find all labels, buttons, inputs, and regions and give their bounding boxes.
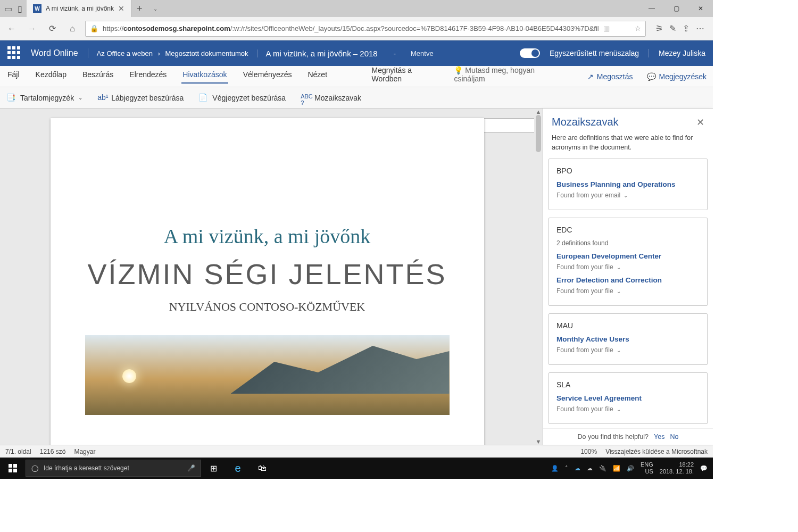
footnote-button[interactable]: ab¹Lábjegyzet beszúrása	[97, 93, 184, 103]
tab-review[interactable]: Véleményezés	[242, 70, 293, 83]
wifi-icon[interactable]: 📶	[613, 465, 620, 472]
tab-home[interactable]: Kezdőlap	[35, 70, 68, 83]
window-close-button[interactable]: ✕	[688, 0, 713, 17]
chevron-down-icon: ⌄	[617, 288, 621, 294]
tab-references[interactable]: Hivatkozások	[181, 70, 228, 83]
reading-view-icon[interactable]: ▥	[603, 24, 610, 32]
user-name[interactable]: Mezey Juliska	[649, 49, 705, 57]
share-button[interactable]: ↗Megosztás	[587, 72, 633, 81]
mic-icon[interactable]: 🎤	[187, 464, 195, 472]
taskbar-search[interactable]: ◯ Ide írhatja a keresett szöveget 🎤	[26, 460, 201, 477]
comments-button[interactable]: 💬Megjegyzések	[647, 72, 707, 81]
acronym-source[interactable]: Found from your file ⌄	[556, 287, 700, 295]
home-button[interactable]: ⌂	[65, 21, 80, 36]
tab-menu-icon[interactable]: ⌄	[148, 6, 163, 12]
acronym-definition[interactable]: Error Detection and Correction	[556, 276, 700, 284]
app-launcher-icon[interactable]	[7, 46, 21, 60]
vertical-scrollbar[interactable]: ▲ ▼	[534, 109, 543, 445]
scroll-up-icon[interactable]: ▲	[534, 109, 543, 115]
status-page[interactable]: 7/1. oldal	[5, 448, 31, 455]
onedrive-icon[interactable]: ☁	[575, 465, 580, 472]
window-minimize-button[interactable]: —	[639, 0, 664, 17]
acronym-source[interactable]: Found from your file ⌄	[556, 263, 700, 271]
onedrive-icon-2[interactable]: ☁	[587, 465, 593, 472]
acronyms-pane: Mozaikszavak ✕ Here are definitions that…	[543, 109, 713, 445]
acronym-definition[interactable]: Business Planning and Operations	[556, 180, 700, 188]
tab-file[interactable]: Fájl	[6, 70, 21, 83]
status-word-count[interactable]: 1216 szó	[40, 448, 66, 455]
notifications-icon[interactable]: 💬	[700, 465, 708, 472]
tab-layout[interactable]: Elrendezés	[128, 70, 168, 83]
tab-insert[interactable]: Beszúrás	[81, 70, 114, 83]
tell-me-input[interactable]: 💡 Mutasd meg, hogyan csináljam	[453, 66, 559, 87]
endnote-button[interactable]: 📄Végjegyzet beszúrása	[198, 93, 286, 103]
feedback-no[interactable]: No	[670, 433, 678, 440]
doc-subtitle: NYILVÁNOS CONTOSO-KÖZMŰVEK	[51, 300, 484, 314]
browser-toolbar: ← → ⟳ ⌂ 🔒 https://contosodemosg.sharepoi…	[0, 17, 713, 40]
pane-subtitle: Here are definitions that we were able t…	[543, 134, 713, 159]
tray-up-icon[interactable]: ˄	[565, 465, 568, 472]
page-canvas[interactable]: Élőfej A mi vizünk, a mi jövőnk VÍZMIN S…	[0, 109, 534, 445]
back-button[interactable]: ←	[4, 21, 19, 36]
ime-indicator[interactable]: ENGUS	[641, 461, 653, 475]
power-icon[interactable]: 🔌	[599, 465, 606, 472]
refresh-button[interactable]: ⟳	[45, 21, 60, 36]
acronym-definition[interactable]: Service Level Agreement	[556, 394, 700, 402]
people-icon[interactable]: 👤	[551, 465, 559, 472]
tab-close-icon[interactable]: ✕	[118, 4, 124, 13]
save-status: Mentve	[403, 49, 441, 57]
open-in-word-button[interactable]: Megnyitás a Wordben	[371, 66, 439, 87]
acronym-definition[interactable]: Monthly Active Users	[556, 335, 700, 343]
chevron-down-icon: ⌄	[617, 406, 621, 412]
scrollbar-thumb[interactable]	[536, 115, 541, 152]
document-page[interactable]: A mi vizünk, a mi jövőnk VÍZMIN SÉGI JEL…	[51, 118, 484, 445]
start-button[interactable]	[0, 464, 26, 472]
store-taskbar-icon[interactable]: 🛍	[250, 458, 275, 479]
tab-view[interactable]: Nézet	[306, 70, 328, 83]
acronym-definition[interactable]: European Development Center	[556, 252, 700, 260]
acronym-source[interactable]: Found from your file ⌄	[556, 346, 700, 354]
save-status-sep: -	[386, 49, 403, 57]
app-brand[interactable]: Word Online	[31, 48, 88, 58]
document-title[interactable]: A mi vizünk, a mi jövőnk – 2018	[257, 49, 386, 58]
status-feedback[interactable]: Visszajelzés küldése a Microsoftnak	[605, 448, 708, 455]
toc-button[interactable]: 📑Tartalomjegyzék ⌄	[6, 93, 82, 103]
acronyms-button[interactable]: ABC?Mozaikszavak	[301, 93, 361, 103]
tabs-icon[interactable]: ▭	[4, 4, 12, 14]
feedback-yes[interactable]: Yes	[654, 433, 664, 440]
address-bar[interactable]: 🔒 https://contosodemosg.sharepoint.com/:…	[85, 21, 646, 37]
pane-close-button[interactable]: ✕	[696, 117, 704, 128]
status-zoom[interactable]: 100%	[580, 448, 597, 455]
share-icon: ↗	[587, 72, 594, 81]
ribbon-commands: 📑Tartalomjegyzék ⌄ ab¹Lábjegyzet beszúrá…	[0, 87, 713, 109]
share-icon[interactable]: ⇪	[683, 23, 689, 34]
favorites-hub-icon[interactable]: ⚞	[655, 23, 663, 34]
window-maximize-button[interactable]: ▢	[664, 0, 688, 17]
window-titlebar: ▭ ▯ W A mi vizünk, a mi jövőnk ✕ + ⌄ — ▢…	[0, 0, 713, 17]
taskbar-search-placeholder: Ide írhatja a keresett szöveget	[44, 464, 182, 472]
breadcrumb-library[interactable]: Megosztott dokumentumok	[165, 49, 248, 57]
task-view-button[interactable]: ⊞	[201, 458, 226, 479]
forward-button[interactable]: →	[24, 21, 39, 36]
notes-icon[interactable]: ✎	[669, 23, 676, 34]
chevron-down-icon: ⌄	[617, 347, 621, 353]
browser-tab[interactable]: W A mi vizünk, a mi jövőnk ✕	[27, 0, 131, 17]
simplified-ribbon-toggle[interactable]	[520, 48, 540, 58]
simplified-ribbon-label: Egyszerűsített menüszalag	[550, 49, 639, 57]
tab-title: A mi vizünk, a mi jövőnk	[46, 5, 114, 12]
new-tab-button[interactable]: +	[131, 3, 148, 14]
favorite-icon[interactable]: ☆	[635, 24, 641, 32]
more-icon[interactable]: ⋯	[696, 23, 704, 34]
volume-icon[interactable]: 🔊	[627, 465, 634, 472]
acronym-source[interactable]: Found from your file ⌄	[556, 405, 700, 413]
status-language[interactable]: Magyar	[74, 448, 95, 455]
breadcrumb[interactable]: Az Office a weben › Megosztott dokumentu…	[88, 49, 257, 57]
breadcrumb-site[interactable]: Az Office a weben	[97, 49, 153, 57]
feedback-question: Do you find this helpful?	[578, 433, 649, 440]
tabs-icon-2[interactable]: ▯	[18, 4, 22, 14]
clock[interactable]: 18:222018. 12. 18.	[660, 461, 694, 475]
edge-taskbar-icon[interactable]: e	[226, 458, 250, 479]
acronym-source[interactable]: Found from your email ⌄	[556, 192, 700, 199]
pane-title: Mozaikszavak	[552, 116, 696, 128]
scroll-down-icon[interactable]: ▼	[534, 438, 543, 445]
